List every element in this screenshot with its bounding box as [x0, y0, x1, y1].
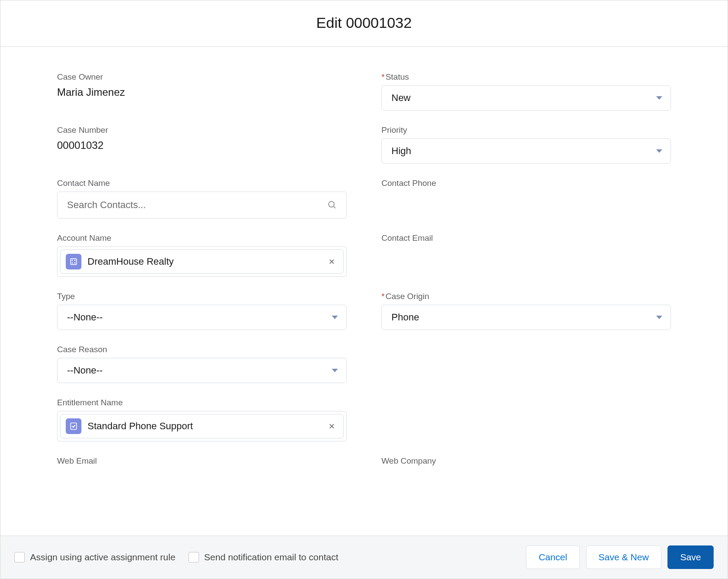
- label-contact-name: Contact Name: [57, 178, 347, 188]
- label-web-company: Web Company: [381, 456, 671, 466]
- field-web-email: Web Email: [57, 456, 347, 469]
- field-contact-phone: Contact Phone: [381, 178, 671, 219]
- modal-body: Case Owner Maria Jimenez *Status New Cas…: [0, 47, 728, 535]
- label-type: Type: [57, 292, 347, 301]
- chevron-down-icon: [656, 149, 662, 153]
- footer-left: Assign using active assignment rule Send…: [14, 552, 338, 562]
- notify-checkbox[interactable]: [189, 552, 199, 562]
- label-case-owner: Case Owner: [57, 72, 347, 82]
- svg-point-0: [329, 202, 334, 207]
- case-reason-select-value: --None--: [67, 365, 103, 376]
- field-case-owner: Case Owner Maria Jimenez: [57, 72, 347, 111]
- field-case-number: Case Number 00001032: [57, 125, 347, 164]
- label-account-name: Account Name: [57, 233, 347, 243]
- svg-rect-2: [71, 259, 76, 264]
- entitlement-name-value: Standard Phone Support: [88, 421, 320, 432]
- contact-name-input[interactable]: [57, 192, 347, 219]
- label-priority: Priority: [381, 125, 671, 135]
- value-contact-email: [381, 246, 671, 247]
- value-contact-phone: [381, 192, 671, 192]
- edit-case-modal: Edit 00001032 Case Owner Maria Jimenez *…: [0, 0, 728, 579]
- assign-rule-checkbox-group[interactable]: Assign using active assignment rule: [14, 552, 175, 562]
- notify-label: Send notification email to contact: [204, 552, 338, 562]
- chevron-down-icon: [332, 369, 338, 372]
- field-case-origin: *Case Origin Phone: [381, 292, 671, 330]
- value-case-number: 00001032: [57, 138, 347, 151]
- chevron-down-icon: [656, 316, 662, 319]
- form-grid: Case Owner Maria Jimenez *Status New Cas…: [57, 72, 671, 469]
- field-priority: Priority High: [381, 125, 671, 164]
- type-select-value: --None--: [67, 312, 103, 323]
- account-name-value: DreamHouse Realty: [88, 256, 320, 267]
- assign-rule-label: Assign using active assignment rule: [30, 552, 175, 562]
- label-entitlement-name: Entitlement Name: [57, 398, 347, 407]
- label-case-origin: *Case Origin: [381, 292, 671, 301]
- account-name-lookup[interactable]: DreamHouse Realty: [57, 246, 347, 277]
- notify-checkbox-group[interactable]: Send notification email to contact: [189, 552, 338, 562]
- svg-rect-6: [74, 263, 76, 264]
- save-button[interactable]: Save: [667, 545, 714, 569]
- status-select[interactable]: New: [381, 85, 671, 111]
- label-case-reason: Case Reason: [57, 345, 347, 354]
- entitlement-name-lookup[interactable]: Standard Phone Support: [57, 411, 347, 441]
- label-status-text: Status: [385, 72, 409, 81]
- label-status: *Status: [381, 72, 671, 82]
- account-name-pill: DreamHouse Realty: [60, 249, 344, 274]
- label-case-origin-text: Case Origin: [385, 292, 429, 301]
- search-icon: [327, 200, 337, 210]
- value-case-owner: Maria Jimenez: [57, 85, 347, 98]
- entitlement-remove-button[interactable]: [326, 423, 338, 430]
- case-origin-select-value: Phone: [391, 312, 419, 323]
- priority-select[interactable]: High: [381, 138, 671, 164]
- account-icon: [66, 254, 81, 269]
- entitlement-icon: [66, 418, 81, 434]
- required-mark-icon: *: [381, 292, 384, 301]
- field-empty-right: [381, 345, 671, 383]
- svg-rect-4: [74, 260, 76, 261]
- svg-rect-5: [72, 263, 73, 264]
- entitlement-name-pill: Standard Phone Support: [60, 414, 344, 438]
- field-web-company: Web Company: [381, 456, 671, 469]
- field-contact-name: Contact Name: [57, 178, 347, 219]
- case-origin-select[interactable]: Phone: [381, 305, 671, 330]
- label-contact-email: Contact Email: [381, 233, 671, 243]
- priority-select-value: High: [391, 145, 411, 157]
- field-entitlement-name: Entitlement Name Standard Phone Support: [57, 398, 347, 441]
- footer-right: Cancel Save & New Save: [526, 545, 714, 569]
- field-contact-email: Contact Email: [381, 233, 671, 277]
- svg-line-1: [334, 206, 336, 209]
- modal-title: Edit 00001032: [0, 0, 728, 47]
- field-account-name: Account Name DreamHouse Realty: [57, 233, 347, 277]
- save-new-button[interactable]: Save & New: [586, 545, 662, 569]
- label-case-number: Case Number: [57, 125, 347, 135]
- status-select-value: New: [391, 92, 411, 104]
- modal-footer: Assign using active assignment rule Send…: [0, 535, 728, 579]
- type-select[interactable]: --None--: [57, 305, 347, 330]
- label-web-email: Web Email: [57, 456, 347, 466]
- field-status: *Status New: [381, 72, 671, 111]
- assign-rule-checkbox[interactable]: [14, 552, 25, 562]
- svg-rect-3: [72, 260, 73, 261]
- cancel-button[interactable]: Cancel: [526, 545, 580, 569]
- label-contact-phone: Contact Phone: [381, 178, 671, 188]
- case-reason-select[interactable]: --None--: [57, 358, 347, 383]
- field-case-reason: Case Reason --None--: [57, 345, 347, 383]
- chevron-down-icon: [656, 96, 662, 100]
- required-mark-icon: *: [381, 72, 384, 81]
- chevron-down-icon: [332, 316, 338, 319]
- field-type: Type --None--: [57, 292, 347, 330]
- field-empty-right-2: [381, 398, 671, 441]
- account-remove-button[interactable]: [326, 258, 338, 265]
